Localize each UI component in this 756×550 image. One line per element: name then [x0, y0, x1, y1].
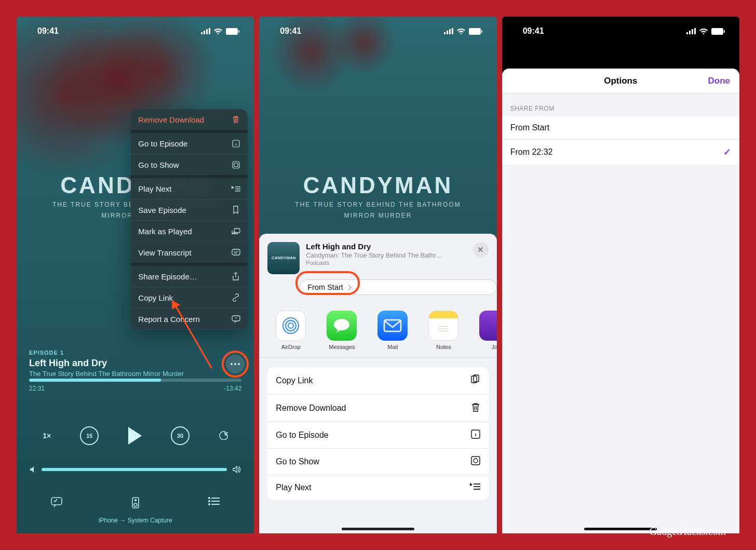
audio-route[interactable]: iPhone → System Capture	[17, 517, 254, 524]
bottom-tabs	[17, 497, 254, 511]
bookmark-icon	[231, 205, 240, 214]
action-goto-episode[interactable]: Go to Episode	[267, 422, 488, 449]
app-label: AirDrop	[281, 344, 301, 350]
svg-rect-26	[469, 28, 481, 35]
share-app-mail[interactable]: Mail	[372, 311, 413, 350]
skip-back-button[interactable]: 15	[80, 426, 99, 445]
cellular-icon	[444, 28, 453, 34]
play-next-icon	[231, 184, 240, 193]
menu-play-next[interactable]: Play Next	[131, 178, 248, 199]
action-label: Go to Show	[276, 457, 319, 466]
action-label: Copy Link	[276, 376, 313, 385]
option-from-time[interactable]: From 22:32 ✓	[502, 140, 739, 165]
queue-button[interactable]	[208, 497, 220, 511]
menu-goto-show[interactable]: Go to Show	[131, 154, 248, 178]
svg-rect-46	[724, 30, 725, 33]
app-label: Notes	[436, 344, 451, 350]
svg-rect-4	[226, 28, 238, 35]
phone-now-playing: 09:41 CANDYMAN THE TRUE STORY BEHIND THE…	[17, 17, 254, 533]
svg-point-14	[134, 500, 136, 501]
info-icon	[471, 430, 480, 441]
messages-icon	[327, 311, 357, 341]
action-play-next[interactable]: Play Next	[267, 475, 488, 500]
pill-label: From Start	[307, 283, 343, 291]
volume-high-icon	[232, 466, 241, 473]
share-sheet: CANDYMAN Left High and Dry Candyman: The…	[259, 234, 496, 533]
action-goto-show[interactable]: Go to Show	[267, 449, 488, 475]
action-label: Remove Download	[276, 404, 346, 413]
menu-label: Copy Link	[138, 293, 173, 302]
grid-icon	[231, 160, 240, 169]
share-app-messages[interactable]: Messages	[321, 311, 362, 350]
transport-controls: 1× 15 30	[17, 426, 254, 445]
skip-fwd-label: 30	[177, 433, 183, 439]
play-button[interactable]	[128, 427, 142, 445]
svg-rect-1	[204, 31, 205, 34]
status-time: 09:41	[280, 26, 301, 36]
share-apps-row: AirDrop Messages Mail Notes Jo	[259, 295, 496, 358]
volume-slider[interactable]	[29, 466, 241, 473]
svg-rect-25	[452, 28, 453, 34]
done-button[interactable]: Done	[708, 76, 730, 86]
menu-save-episode[interactable]: Save Episode	[131, 199, 248, 221]
action-copy-link[interactable]: Copy Link	[267, 367, 488, 395]
home-indicator[interactable]	[584, 528, 657, 530]
close-button[interactable]: ✕	[473, 242, 489, 258]
info-icon	[231, 139, 240, 148]
wifi-icon	[456, 28, 466, 35]
menu-share-episode[interactable]: Share Episode…	[131, 266, 248, 287]
lyrics-button[interactable]	[51, 497, 62, 511]
menu-copy-link[interactable]: Copy Link	[131, 287, 248, 308]
remaining-time: -13:42	[224, 385, 241, 392]
menu-view-transcript[interactable]: View Transcript	[131, 242, 248, 266]
attribution: GadgetHacks.com	[650, 526, 726, 538]
menu-remove-download[interactable]: Remove Download	[131, 109, 248, 133]
menu-mark-played[interactable]: Mark as Played	[131, 221, 248, 242]
share-app-airdrop[interactable]: AirDrop	[271, 311, 311, 350]
svg-point-16	[208, 497, 210, 499]
sleep-timer-button[interactable]	[219, 431, 228, 441]
copy-icon	[470, 374, 480, 387]
svg-rect-7	[233, 162, 239, 168]
episode-info: EPISODE 1 Left High and Dry The True Sto…	[29, 350, 223, 378]
share-title: Left High and Dry	[306, 242, 466, 251]
playback-speed[interactable]: 1×	[43, 432, 51, 440]
svg-point-31	[334, 319, 349, 330]
menu-label: Mark as Played	[138, 227, 192, 236]
battery-icon	[226, 28, 239, 35]
menu-report[interactable]: Report a Concern	[131, 308, 248, 330]
share-from-pill[interactable]: From Start	[300, 279, 496, 295]
status-time: 09:41	[523, 26, 544, 36]
phone-share-sheet: 09:41 CANDYMAN THE TRUE STORY BEHIND THE…	[259, 17, 496, 533]
link-icon	[231, 293, 240, 302]
share-from-list: From Start From 22:32 ✓	[502, 116, 739, 165]
elapsed-time: 22:31	[29, 385, 45, 392]
transcript-icon	[231, 248, 240, 257]
svg-rect-17	[211, 498, 220, 499]
journal-icon	[479, 311, 496, 341]
played-icon	[231, 226, 240, 236]
svg-rect-27	[481, 30, 482, 33]
battery-icon	[469, 28, 482, 35]
svg-rect-0	[201, 32, 203, 34]
airplay-button[interactable]	[131, 497, 140, 511]
skip-back-label: 15	[86, 433, 92, 439]
home-indicator[interactable]	[342, 528, 414, 530]
options-title: Options	[604, 76, 637, 86]
episode-label: EPISODE 1	[29, 350, 223, 356]
menu-goto-episode[interactable]: Go to Episode	[131, 133, 248, 154]
options-sheet: Options Done SHARE FROM From Start From …	[502, 69, 739, 533]
option-from-start[interactable]: From Start	[502, 116, 739, 140]
share-thumbnail: CANDYMAN	[267, 242, 300, 274]
svg-point-29	[286, 320, 296, 331]
svg-rect-43	[692, 29, 693, 34]
action-remove-download[interactable]: Remove Download	[267, 395, 488, 422]
skip-forward-button[interactable]: 30	[171, 426, 190, 445]
share-app-journal[interactable]: Jo	[474, 311, 496, 350]
svg-rect-19	[211, 501, 220, 502]
artwork-title: CANDYMAN	[259, 172, 496, 198]
share-app-notes[interactable]: Notes	[423, 311, 464, 350]
volume-low-icon	[29, 466, 36, 473]
scrubber[interactable]: 22:31 -13:42	[29, 379, 241, 392]
svg-point-40	[474, 459, 478, 463]
